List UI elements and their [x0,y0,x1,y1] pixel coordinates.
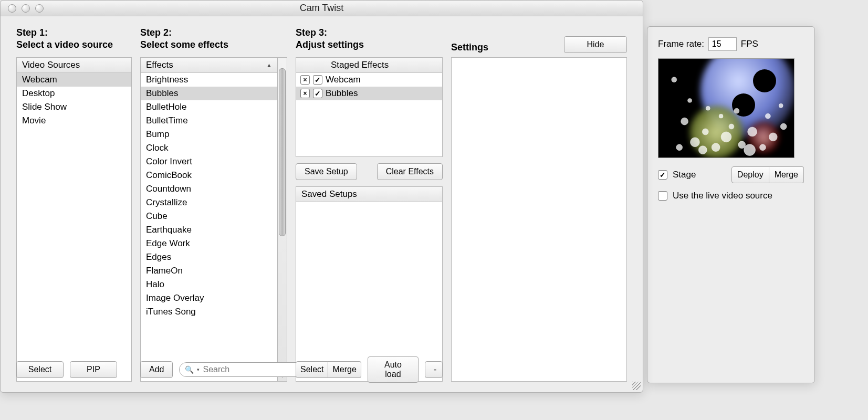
step1-heading: Step 1: Select a video source [16,27,132,53]
svg-point-19 [698,146,707,154]
effects-header[interactable]: Effects ▲ [141,58,277,73]
effect-item[interactable]: Earthquake [141,223,277,237]
step1-heading-line1: Step 1: [16,27,132,39]
svg-point-13 [734,108,739,113]
effects-list[interactable]: Effects ▲ BrightnessBubblesBulletHoleBul… [140,57,278,382]
save-setup-button[interactable]: Save Setup [296,163,357,180]
autoload-button[interactable]: Auto load [368,356,419,383]
stage-checkbox[interactable] [658,170,667,180]
effect-item[interactable]: Edges [141,250,277,264]
saved-setups-header-label: Saved Setups [301,189,357,199]
effect-item[interactable]: Crystallize [141,196,277,209]
video-source-item[interactable]: Movie [17,114,131,128]
effect-item[interactable]: Bump [141,128,277,141]
effect-item[interactable]: Halo [141,278,277,291]
staged-enabled-checkbox[interactable] [313,75,322,85]
setup-merge-button[interactable]: Merge [328,361,361,378]
preview-window: Frame rate: FPS Stage Deploy Merge [647,26,815,383]
sort-ascending-icon[interactable]: ▲ [266,62,272,68]
effect-item[interactable]: ComicBook [141,169,277,182]
staged-buttons: Save Setup Clear Effects [296,163,443,180]
step2-heading-line1: Step 2: [140,27,287,39]
bottom-bar: Select PIP Add 🔍 ▾ Select Merge Auto loa… [16,356,627,383]
staged-effects-list[interactable]: Staged Effects ×Webcam×Bubbles [296,57,443,157]
svg-point-10 [769,133,777,141]
effect-item[interactable]: Cube [141,209,277,223]
live-source-checkbox[interactable] [658,191,667,201]
resize-grip[interactable] [632,382,641,390]
search-input[interactable] [203,365,308,374]
step2-heading-line2: Select some effects [140,39,287,51]
effect-item[interactable]: Countdown [141,182,277,196]
remove-staged-icon[interactable]: × [300,75,310,85]
live-source-label: Use the live video source [673,191,772,201]
video-sources-header-label: Video Sources [22,60,80,70]
deploy-button[interactable]: Deploy [731,166,769,183]
video-sources-list[interactable]: Video Sources WebcamDesktopSlide ShowMov… [16,57,132,382]
staged-effect-label: Bubbles [326,88,358,99]
svg-point-20 [676,144,683,151]
settings-heading: Settings [451,42,488,53]
effect-item[interactable]: BulletHole [141,100,277,114]
effect-item[interactable]: BulletTime [141,114,277,128]
svg-point-8 [748,127,757,136]
live-source-row: Use the live video source [658,191,804,201]
setup-select-button[interactable]: Select [296,361,328,378]
search-menu-icon[interactable]: ▾ [197,367,200,372]
effect-item[interactable]: Image Overlay [141,291,277,305]
zoom-icon[interactable] [35,4,44,13]
svg-point-15 [688,98,692,102]
remove-staged-icon[interactable]: × [300,89,310,98]
search-field[interactable]: 🔍 ▾ [179,362,313,377]
settings-panel [451,57,627,382]
video-source-item[interactable]: Desktop [17,87,131,100]
effect-item[interactable]: Color Invert [141,155,277,169]
select-source-button[interactable]: Select [16,361,64,378]
effect-item[interactable]: Edge Work [141,237,277,250]
video-sources-header[interactable]: Video Sources [17,58,131,73]
effect-item[interactable]: iTunes Song [141,305,277,319]
saved-setups-header[interactable]: Saved Setups [296,187,442,202]
pip-button[interactable]: PIP [70,361,117,378]
effect-item[interactable]: Clock [141,141,277,155]
close-icon[interactable] [8,4,16,13]
frame-rate-input[interactable] [708,37,737,51]
step1-column: Step 1: Select a video source Video Sour… [16,27,132,382]
svg-point-5 [721,132,731,142]
effect-item[interactable]: FlameOn [141,264,277,278]
svg-point-4 [712,143,720,152]
svg-point-11 [780,123,787,130]
svg-point-18 [744,144,756,156]
clear-effects-button[interactable]: Clear Effects [377,163,443,180]
scrollbar-thumb[interactable] [279,68,286,236]
hide-button[interactable]: Hide [564,36,627,53]
svg-point-2 [691,138,700,147]
stage-label: Stage [673,170,696,180]
effects-scrollbar[interactable]: ▲ ▼ [278,57,287,382]
staged-effects-header[interactable]: Staged Effects [296,58,442,73]
svg-point-12 [719,114,723,118]
staged-enabled-checkbox[interactable] [313,89,322,98]
svg-point-16 [765,113,770,119]
minimize-icon[interactable] [22,4,30,13]
svg-point-1 [681,118,688,125]
window-title: Cam Twist [1,3,643,14]
effects-header-label: Effects [146,60,173,70]
svg-point-7 [738,141,746,149]
titlebar: Cam Twist [1,1,643,16]
main-window: Cam Twist Step 1: Select a video source … [0,0,643,393]
remove-setup-button[interactable]: - [425,361,443,378]
video-source-item[interactable]: Webcam [17,73,131,87]
effect-item[interactable]: Brightness [141,73,277,87]
add-effect-button[interactable]: Add [140,361,173,378]
step1-heading-line2: Select a video source [16,39,132,51]
effect-item[interactable]: Bubbles [141,87,277,100]
content: Step 1: Select a video source Video Sour… [1,16,643,392]
staged-effect-row[interactable]: ×Bubbles [296,87,442,100]
frame-rate-row: Frame rate: FPS [658,37,804,51]
svg-point-14 [706,106,710,110]
video-source-item[interactable]: Slide Show [17,100,131,114]
preview-merge-button[interactable]: Merge [769,166,804,183]
saved-setups-list[interactable]: Saved Setups [296,186,443,382]
staged-effect-row[interactable]: ×Webcam [296,73,442,87]
